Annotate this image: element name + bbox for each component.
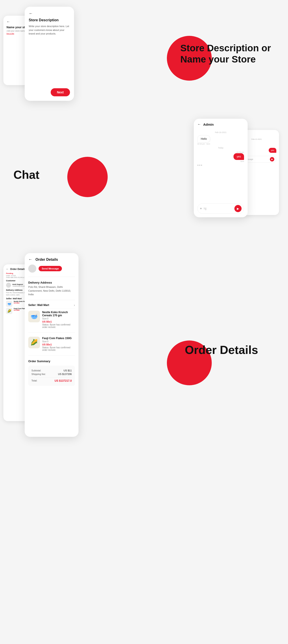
next-button[interactable]: Next [51, 88, 70, 96]
order-summary-section: Subtotal: US $11 Shipping fee: US $13720… [28, 366, 75, 386]
product2-price: US $5x1 [42, 343, 75, 346]
msg-yes-status: Sent [240, 160, 244, 162]
order-main-avatar-row: Send Message [28, 264, 75, 272]
shadow-msg-yes: yes [269, 148, 276, 153]
product1-name: Nestle Koko Krunch Cereals 170 gm [42, 311, 75, 317]
shipping-row: Shipping fee: US $137206 [31, 373, 72, 376]
subtotal-value: US $11 [63, 369, 72, 372]
order-shadow-product1-img: 🥣 [6, 300, 12, 307]
typing-dots [197, 164, 244, 167]
chat-shadow-send[interactable]: ▶ [270, 157, 274, 162]
order-shadow-avatar [6, 283, 11, 288]
product2-size: Size:0 [42, 340, 75, 343]
order-summary-heading: Order Summary [28, 360, 75, 363]
order-phone-main: ← Order Details Send Message Delivery Ad… [25, 253, 78, 437]
chat-back-arrow[interactable]: ← [197, 122, 201, 126]
shipping-label: Shipping fee: [31, 373, 46, 376]
chat-phone-main: ← Admin Feb-16-2021 Hello 02:40 pm · Sen… [194, 119, 248, 217]
order-shadow-product2-img: 🌽 [6, 308, 12, 314]
plus-icon[interactable]: + [200, 206, 202, 210]
product1-details: Nestle Koko Krunch Cereals 170 gm Size:0… [42, 311, 75, 328]
section-order: ← Order Details Pending Order: 10.315 Or… [0, 246, 288, 448]
chat-date-1: Feb-16-2021 [197, 131, 244, 134]
delivery-address: Polo Rd, Shanti Bhawam, Delhi Cantonment… [28, 285, 75, 296]
total-value: US $137217.0 [55, 379, 72, 382]
store-phone-main: ← Store Description Write your store des… [25, 7, 74, 101]
summary-divider [31, 377, 72, 378]
chat-input-row[interactable]: + hjj ▶ [197, 204, 244, 214]
order-main-avatar [28, 264, 36, 272]
chat-input[interactable]: hjj [204, 207, 233, 210]
product1-image: 🥣 [28, 311, 40, 322]
msg-yes-wrap: 04:59 pm yes Sent [197, 151, 244, 162]
chat-date-2: Today [197, 147, 244, 149]
chat-label: Chat [14, 168, 40, 182]
chevron-right-icon[interactable]: › [74, 303, 75, 307]
msg-hello-wrap: Hello 02:40 pm · Sent [197, 135, 244, 145]
store-desc-text: Write your store description here. Let y… [29, 24, 70, 82]
seller-name: Seller: Wall Mart [28, 304, 49, 307]
msg-hello-meta: 02:40 pm · Sent [197, 143, 210, 145]
product2-status: Status: Byuer has confirmed order recive… [42, 346, 75, 351]
store-label: Store Description or Name your Store [180, 42, 274, 65]
order-shadow-cust-phone: +9189191878116 [12, 286, 25, 287]
msg-yes-time: 04:59 pm [237, 151, 244, 153]
chat-message-area: Feb-16-2021 Hello 02:40 pm · Sent Today … [197, 130, 244, 202]
product1-status: Status: Byuer has confirmed order recive… [42, 324, 75, 328]
order-shadow-customer-info: Amit Kapoor +9189191878116 [12, 283, 25, 287]
shipping-value: US $137206 [58, 373, 72, 376]
msg-yes-bubble: yes [233, 153, 244, 160]
order-shadow-cust-name: Amit Kapoor [12, 283, 25, 286]
msg-hello-bubble: Hello [197, 135, 210, 142]
dot-1 [197, 165, 199, 166]
order-shadow-title: Order Details [10, 268, 26, 270]
product2-details: Fauji Com Flakes 150G Size:0 US $5x1 Sta… [42, 337, 75, 351]
subtotal-row: Subtotal: US $11 [31, 369, 72, 372]
chat-header: ← Admin [197, 122, 244, 126]
red-circle-chat [67, 157, 108, 197]
section-chat: Chat Admin Feb-12-2021 Hello yes type a … [0, 112, 288, 238]
order-main-back[interactable]: ← [28, 257, 32, 262]
chat-send-btn[interactable]: ▶ [234, 205, 242, 212]
product1-size: Size:0 [42, 318, 75, 320]
dot-3 [201, 165, 202, 166]
section-store: ← Name your store Add your store name he… [0, 0, 288, 108]
divider-3 [28, 332, 75, 333]
order-main-header: ← Order Details [28, 257, 75, 262]
total-row: Total: US $137217.0 [31, 379, 72, 382]
delivery-heading: Delivery Address [28, 281, 75, 284]
product2-item: 🌽 Fauji Com Flakes 150G Size:0 US $5x1 S… [28, 337, 75, 351]
order-shadow-back[interactable]: ← [6, 268, 9, 270]
product1-item: 🥣 Nestle Koko Krunch Cereals 170 gm Size… [28, 311, 75, 328]
back-arrow-main[interactable]: ← [29, 11, 70, 16]
product1-price: US $5x1 [42, 320, 75, 323]
store-desc-title: Store Description [29, 18, 70, 22]
divider-2 [28, 300, 75, 300]
seller-row[interactable]: Seller: Wall Mart › [28, 302, 75, 308]
order-label: Order Details [185, 343, 274, 356]
order-main-title: Order Details [36, 258, 58, 262]
product2-image: 🌽 [28, 337, 40, 348]
product2-name: Fauji Com Flakes 150G [42, 337, 75, 340]
total-label: Total: [31, 379, 37, 382]
chat-admin-name: Admin [203, 122, 214, 126]
subtotal-label: Subtotal: [31, 369, 41, 372]
dot-2 [199, 165, 200, 166]
divider-4 [28, 355, 75, 356]
send-message-button[interactable]: Send Message [39, 266, 62, 271]
